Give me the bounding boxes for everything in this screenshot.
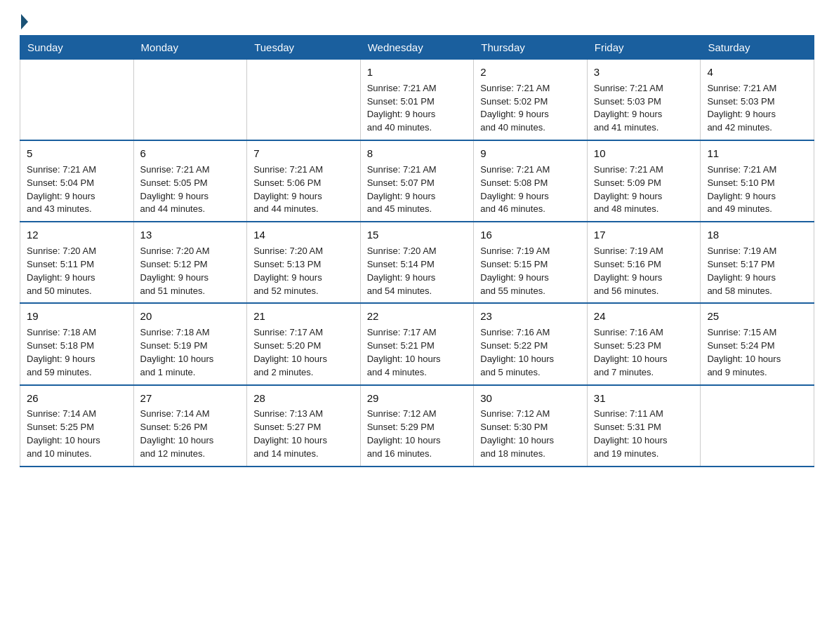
day-info: Sunrise: 7:12 AM Sunset: 5:30 PM Dayligh… [480,408,581,460]
calendar-cell [247,60,361,141]
day-info: Sunrise: 7:21 AM Sunset: 5:02 PM Dayligh… [480,82,581,135]
day-number: 4 [707,65,807,80]
day-number: 17 [594,227,694,243]
calendar-cell: 28Sunrise: 7:13 AM Sunset: 5:27 PM Dayli… [247,385,361,467]
day-number: 8 [367,146,468,161]
weekday-header-saturday: Saturday [701,36,814,60]
calendar-cell: 29Sunrise: 7:12 AM Sunset: 5:29 PM Dayli… [360,385,474,467]
calendar-cell: 24Sunrise: 7:16 AM Sunset: 5:23 PM Dayli… [587,303,701,384]
logo-arrow-icon [21,14,28,29]
calendar-cell: 4Sunrise: 7:21 AM Sunset: 5:03 PM Daylig… [701,60,814,141]
day-info: Sunrise: 7:13 AM Sunset: 5:27 PM Dayligh… [253,408,354,460]
day-number: 11 [707,146,807,161]
calendar-cell: 3Sunrise: 7:21 AM Sunset: 5:03 PM Daylig… [587,60,701,141]
day-info: Sunrise: 7:19 AM Sunset: 5:15 PM Dayligh… [480,245,581,297]
calendar-cell: 18Sunrise: 7:19 AM Sunset: 5:17 PM Dayli… [701,222,814,303]
day-info: Sunrise: 7:21 AM Sunset: 5:08 PM Dayligh… [480,163,581,216]
calendar-cell: 31Sunrise: 7:11 AM Sunset: 5:31 PM Dayli… [587,385,701,467]
day-number: 15 [367,227,468,243]
weekday-header-sunday: Sunday [20,36,134,60]
calendar-cell: 21Sunrise: 7:17 AM Sunset: 5:20 PM Dayli… [247,303,361,384]
day-info: Sunrise: 7:21 AM Sunset: 5:01 PM Dayligh… [367,82,468,135]
day-info: Sunrise: 7:18 AM Sunset: 5:18 PM Dayligh… [27,326,127,379]
day-number: 22 [367,309,468,324]
page-header [20,17,814,27]
calendar-cell: 8Sunrise: 7:21 AM Sunset: 5:07 PM Daylig… [360,140,474,222]
logo [20,17,28,27]
day-info: Sunrise: 7:17 AM Sunset: 5:21 PM Dayligh… [367,326,468,379]
calendar-cell: 25Sunrise: 7:15 AM Sunset: 5:24 PM Dayli… [701,303,814,384]
day-info: Sunrise: 7:21 AM Sunset: 5:04 PM Dayligh… [27,163,127,216]
day-info: Sunrise: 7:20 AM Sunset: 5:12 PM Dayligh… [140,245,241,297]
calendar-cell: 27Sunrise: 7:14 AM Sunset: 5:26 PM Dayli… [133,385,247,467]
day-info: Sunrise: 7:19 AM Sunset: 5:17 PM Dayligh… [707,245,807,297]
calendar-cell: 30Sunrise: 7:12 AM Sunset: 5:30 PM Dayli… [474,385,588,467]
calendar-week-1: 1Sunrise: 7:21 AM Sunset: 5:01 PM Daylig… [20,60,814,141]
day-info: Sunrise: 7:18 AM Sunset: 5:19 PM Dayligh… [140,326,241,379]
day-number: 30 [480,391,581,406]
calendar-cell: 5Sunrise: 7:21 AM Sunset: 5:04 PM Daylig… [20,140,134,222]
day-info: Sunrise: 7:16 AM Sunset: 5:23 PM Dayligh… [594,326,694,379]
day-number: 20 [140,309,241,324]
calendar-cell: 20Sunrise: 7:18 AM Sunset: 5:19 PM Dayli… [133,303,247,384]
calendar-cell: 14Sunrise: 7:20 AM Sunset: 5:13 PM Dayli… [247,222,361,303]
calendar-cell: 7Sunrise: 7:21 AM Sunset: 5:06 PM Daylig… [247,140,361,222]
calendar-cell [701,385,814,467]
day-info: Sunrise: 7:21 AM Sunset: 5:03 PM Dayligh… [707,82,807,135]
calendar-week-5: 26Sunrise: 7:14 AM Sunset: 5:25 PM Dayli… [20,385,814,467]
day-number: 29 [367,391,468,406]
calendar-cell: 13Sunrise: 7:20 AM Sunset: 5:12 PM Dayli… [133,222,247,303]
weekday-header-wednesday: Wednesday [360,36,474,60]
day-number: 18 [707,227,807,243]
calendar-cell: 22Sunrise: 7:17 AM Sunset: 5:21 PM Dayli… [360,303,474,384]
day-number: 25 [707,309,807,324]
day-number: 23 [480,309,581,324]
day-info: Sunrise: 7:20 AM Sunset: 5:13 PM Dayligh… [253,245,354,297]
day-info: Sunrise: 7:21 AM Sunset: 5:06 PM Dayligh… [253,163,354,216]
day-number: 21 [253,309,354,324]
day-number: 28 [253,391,354,406]
day-info: Sunrise: 7:21 AM Sunset: 5:03 PM Dayligh… [594,82,694,135]
calendar-cell: 23Sunrise: 7:16 AM Sunset: 5:22 PM Dayli… [474,303,588,384]
weekday-header-friday: Friday [587,36,701,60]
day-number: 12 [27,227,127,243]
day-number: 14 [253,227,354,243]
calendar-cell: 2Sunrise: 7:21 AM Sunset: 5:02 PM Daylig… [474,60,588,141]
calendar-cell: 15Sunrise: 7:20 AM Sunset: 5:14 PM Dayli… [360,222,474,303]
calendar-cell: 19Sunrise: 7:18 AM Sunset: 5:18 PM Dayli… [20,303,134,384]
day-info: Sunrise: 7:12 AM Sunset: 5:29 PM Dayligh… [367,408,468,460]
calendar-cell: 9Sunrise: 7:21 AM Sunset: 5:08 PM Daylig… [474,140,588,222]
calendar-cell: 6Sunrise: 7:21 AM Sunset: 5:05 PM Daylig… [133,140,247,222]
day-info: Sunrise: 7:14 AM Sunset: 5:25 PM Dayligh… [27,408,127,460]
calendar-cell: 16Sunrise: 7:19 AM Sunset: 5:15 PM Dayli… [474,222,588,303]
calendar-week-4: 19Sunrise: 7:18 AM Sunset: 5:18 PM Dayli… [20,303,814,384]
weekday-header-tuesday: Tuesday [247,36,361,60]
day-number: 10 [594,146,694,161]
day-number: 16 [480,227,581,243]
day-number: 31 [594,391,694,406]
day-number: 3 [594,65,694,80]
day-number: 19 [27,309,127,324]
weekday-header-row: SundayMondayTuesdayWednesdayThursdayFrid… [20,36,814,60]
day-info: Sunrise: 7:16 AM Sunset: 5:22 PM Dayligh… [480,326,581,379]
day-info: Sunrise: 7:14 AM Sunset: 5:26 PM Dayligh… [140,408,241,460]
calendar-cell: 26Sunrise: 7:14 AM Sunset: 5:25 PM Dayli… [20,385,134,467]
calendar-cell: 11Sunrise: 7:21 AM Sunset: 5:10 PM Dayli… [701,140,814,222]
calendar-cell: 10Sunrise: 7:21 AM Sunset: 5:09 PM Dayli… [587,140,701,222]
weekday-header-thursday: Thursday [474,36,588,60]
day-info: Sunrise: 7:11 AM Sunset: 5:31 PM Dayligh… [594,408,694,460]
day-number: 9 [480,146,581,161]
calendar-cell: 12Sunrise: 7:20 AM Sunset: 5:11 PM Dayli… [20,222,134,303]
calendar-cell [133,60,247,141]
day-number: 7 [253,146,354,161]
calendar-cell: 1Sunrise: 7:21 AM Sunset: 5:01 PM Daylig… [360,60,474,141]
day-info: Sunrise: 7:15 AM Sunset: 5:24 PM Dayligh… [707,326,807,379]
day-number: 5 [27,146,127,161]
calendar-header: SundayMondayTuesdayWednesdayThursdayFrid… [20,36,814,60]
calendar-cell: 17Sunrise: 7:19 AM Sunset: 5:16 PM Dayli… [587,222,701,303]
calendar-week-3: 12Sunrise: 7:20 AM Sunset: 5:11 PM Dayli… [20,222,814,303]
calendar-table: SundayMondayTuesdayWednesdayThursdayFrid… [20,35,814,467]
day-number: 13 [140,227,241,243]
calendar-cell [20,60,134,141]
calendar-week-2: 5Sunrise: 7:21 AM Sunset: 5:04 PM Daylig… [20,140,814,222]
